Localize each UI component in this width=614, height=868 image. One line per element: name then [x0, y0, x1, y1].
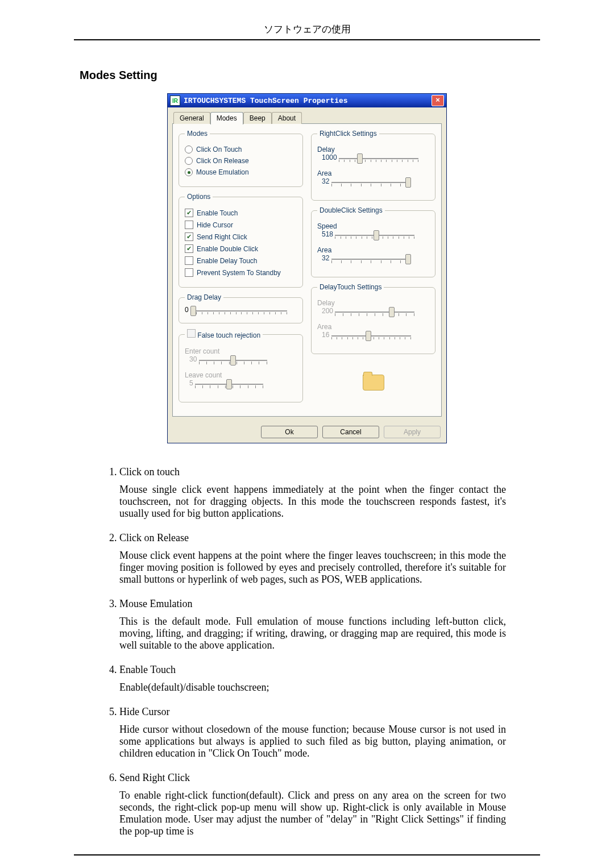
window-title: IRTOUCHSYSTEMS TouchScreen Properties	[184, 97, 348, 105]
tab-about[interactable]: About	[272, 112, 302, 124]
dt-delay-label: Delay	[317, 299, 335, 307]
tab-strip: General Modes Beep About	[168, 107, 446, 124]
dc-area-slider[interactable]	[331, 255, 411, 264]
item-title: Click on touch	[119, 466, 506, 478]
app-icon: IR	[170, 95, 180, 106]
modes-group: Modes Click On Touch Click On Release	[179, 130, 303, 187]
label-click-on-release: Click On Release	[196, 157, 249, 165]
drag-delay-group: Drag Delay 0	[179, 293, 303, 323]
label-prevent-standby: Prevent System To Standby	[197, 269, 281, 277]
rc-delay-value: 1000	[322, 153, 337, 161]
rc-delay-label: Delay	[317, 146, 335, 153]
doubleclick-legend: DoubleClick Settings	[317, 206, 385, 214]
top-rule	[74, 39, 540, 40]
label-enable-delay-touch: Enable Delay Touch	[197, 257, 258, 265]
list-item: Send Right Click To enable right-click f…	[119, 772, 506, 837]
label-send-right-click: Send Right Click	[197, 233, 247, 241]
item-title: Send Right Click	[119, 772, 506, 784]
item-body: Hide cursor without closedown of the mou…	[119, 724, 506, 759]
apply-button[interactable]: Apply	[384, 426, 441, 438]
titlebar[interactable]: IR IRTOUCHSYSTEMS TouchScreen Properties…	[168, 94, 446, 107]
dt-area-slider	[331, 332, 411, 341]
false-touch-group: False touch rejection Enter count 30	[179, 329, 303, 402]
dc-speed-slider[interactable]	[335, 231, 414, 240]
rc-area-value: 32	[322, 177, 329, 185]
button-row: Ok Cancel Apply	[168, 421, 446, 443]
rc-delay-slider[interactable]	[339, 155, 418, 164]
rc-area-label: Area	[317, 169, 331, 177]
options-group: Options Enable Touch Hide Cursor Send Ri…	[179, 193, 303, 288]
close-icon[interactable]: ×	[432, 95, 444, 106]
item-body: Mouse click event happens at the point w…	[119, 550, 506, 585]
section-title: Modes Setting	[80, 69, 540, 82]
leave-count-slider	[195, 380, 263, 389]
ok-button[interactable]: Ok	[261, 426, 318, 438]
list-item: Mouse Emulation This is the default mode…	[119, 598, 506, 651]
bottom-rule	[74, 854, 540, 855]
chk-enable-delay-touch[interactable]	[185, 256, 193, 265]
chk-hide-cursor[interactable]	[185, 221, 193, 229]
page-header: ソフトウェアの使用	[74, 23, 540, 36]
modes-legend: Modes	[185, 130, 210, 138]
chk-send-right-click[interactable]	[185, 232, 193, 241]
dc-speed-value: 518	[322, 230, 333, 238]
false-touch-legend: False touch rejection	[197, 331, 260, 339]
drag-delay-slider[interactable]	[190, 307, 287, 316]
label-enable-touch: Enable Touch	[197, 209, 238, 217]
list-item: Click on Release Mouse click event happe…	[119, 532, 506, 585]
item-title: Mouse Emulation	[119, 598, 506, 610]
item-body: To enable right-click function(default).…	[119, 790, 506, 837]
rightclick-legend: RightClick Settings	[317, 130, 379, 138]
leave-count-value: 5	[189, 379, 193, 387]
tab-beep[interactable]: Beep	[243, 112, 272, 124]
enter-count-slider	[199, 356, 267, 366]
chk-false-touch[interactable]	[187, 329, 196, 338]
radio-click-on-touch[interactable]	[185, 146, 193, 153]
label-hide-cursor: Hide Cursor	[197, 221, 233, 229]
item-title: Hide Cursor	[119, 706, 506, 718]
dc-area-value: 32	[322, 254, 329, 262]
dc-speed-label: Speed	[317, 222, 337, 230]
touchscreen-properties-dialog: IR IRTOUCHSYSTEMS TouchScreen Properties…	[167, 93, 447, 443]
delaytouch-legend: DelayTouch Settings	[317, 283, 384, 291]
drag-delay-value: 0	[185, 306, 189, 314]
list-item: Click on touch Mouse single click event …	[119, 466, 506, 520]
cancel-button[interactable]: Cancel	[322, 426, 379, 438]
label-mouse-emulation: Mouse Emulation	[196, 168, 249, 176]
item-body: Mouse single click event happens immedia…	[119, 484, 506, 520]
item-body: Enable(default)/disable touchscreen;	[119, 682, 506, 693]
dt-delay-value: 200	[322, 307, 333, 315]
item-title: Enable Touch	[119, 664, 506, 676]
delaytouch-group: DelayTouch Settings Delay 200	[311, 283, 435, 354]
radio-mouse-emulation[interactable]	[185, 168, 193, 176]
item-body: This is the default mode. Full emulation…	[119, 616, 506, 651]
description-list: Click on touch Mouse single click event …	[119, 466, 506, 837]
options-legend: Options	[185, 193, 213, 201]
rc-area-slider[interactable]	[331, 178, 411, 188]
list-item: Hide Cursor Hide cursor without closedow…	[119, 706, 506, 759]
tab-modes[interactable]: Modes	[210, 112, 243, 124]
radio-click-on-release[interactable]	[185, 157, 193, 165]
dc-area-label: Area	[317, 246, 331, 254]
enter-count-value: 30	[189, 355, 197, 363]
leave-count-label: Leave count	[185, 371, 222, 379]
dt-area-value: 16	[322, 331, 329, 339]
item-title: Click on Release	[119, 532, 506, 544]
tab-panel-modes: Modes Click On Touch Click On Release	[172, 123, 442, 417]
dt-delay-slider	[335, 308, 414, 317]
doubleclick-group: DoubleClick Settings Speed 518	[311, 206, 435, 277]
chk-enable-double-click[interactable]	[185, 244, 193, 253]
rightclick-group: RightClick Settings Delay 1000	[311, 130, 435, 201]
drag-delay-legend: Drag Delay	[185, 293, 223, 301]
chk-prevent-standby[interactable]	[185, 268, 193, 277]
tab-general[interactable]: General	[173, 112, 210, 124]
enter-count-label: Enter count	[185, 347, 219, 355]
chk-enable-touch[interactable]	[185, 209, 193, 217]
dt-area-label: Area	[317, 323, 331, 331]
label-click-on-touch: Click On Touch	[196, 146, 242, 153]
folder-icon	[363, 375, 384, 391]
list-item: Enable Touch Enable(default)/disable tou…	[119, 664, 506, 693]
label-enable-double-click: Enable Double Click	[197, 245, 258, 253]
